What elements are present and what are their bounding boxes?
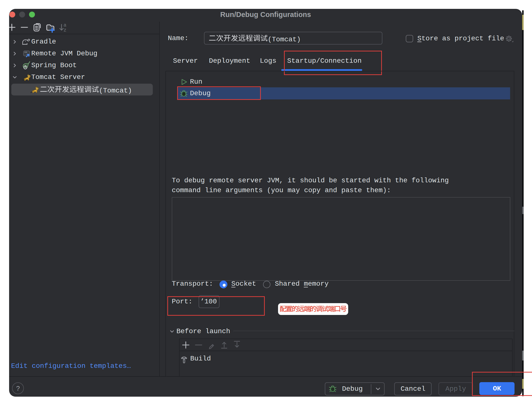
svg-text:z: z (63, 27, 66, 33)
